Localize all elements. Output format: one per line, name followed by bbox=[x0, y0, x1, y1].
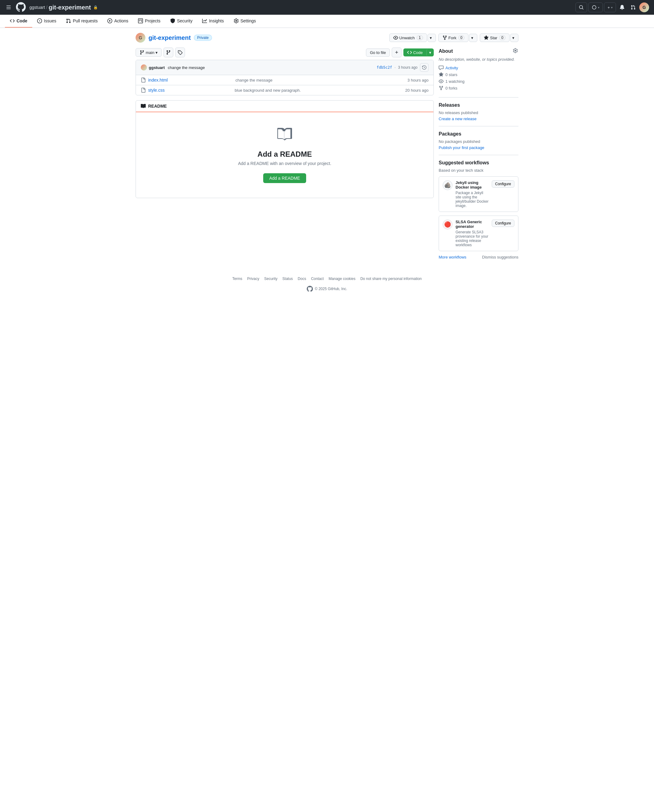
suggested-workflows-section: Suggested workflows Based on your tech s… bbox=[439, 160, 518, 259]
content-layout: main ▾ Go to file + bbox=[136, 47, 518, 259]
breadcrumb-repo[interactable]: git-experiment bbox=[49, 4, 91, 11]
star-count: 0 bbox=[499, 35, 506, 40]
nav-item-actions[interactable]: Actions bbox=[102, 15, 133, 27]
about-header: About bbox=[439, 47, 518, 55]
forks-count: 0 forks bbox=[445, 86, 457, 90]
repo-header: G git-experiment Private Unwatch 1 ▾ For… bbox=[136, 33, 518, 43]
branch-left: main ▾ bbox=[136, 47, 185, 57]
tags-button[interactable] bbox=[175, 47, 185, 57]
readme-content: Add a README Add a README with an overvi… bbox=[136, 112, 434, 198]
create-release-link[interactable]: Create a new release bbox=[439, 116, 477, 121]
search-button[interactable] bbox=[576, 3, 587, 12]
readme-subtext: Add a README with an overview of your pr… bbox=[143, 161, 426, 166]
repo-nav: Code Issues Pull requests Actions Projec… bbox=[0, 15, 654, 28]
branch-selector[interactable]: main ▾ bbox=[136, 48, 162, 57]
packages-section: Packages No packages published Publish y… bbox=[439, 131, 518, 155]
fork-button[interactable]: Fork 0 bbox=[439, 34, 469, 42]
releases-title: Releases bbox=[439, 102, 518, 108]
code-dropdown-button[interactable]: ▾ bbox=[426, 49, 434, 56]
workflow-jekyll-info: Jekyll using Docker image Package a Jeky… bbox=[455, 180, 489, 208]
notifications-button[interactable] bbox=[617, 3, 627, 12]
workflow-card-slsa: 🔴 SLSA Generic generator Generate SLSA3 … bbox=[439, 215, 518, 251]
go-to-file-button[interactable]: Go to file bbox=[366, 49, 390, 57]
repo-actions: Unwatch 1 ▾ Fork 0 ▾ Star 0 bbox=[389, 34, 518, 42]
file-name-index[interactable]: index.html bbox=[148, 78, 233, 82]
workflow-slsa-name: SLSA Generic generator bbox=[455, 220, 489, 229]
nav-item-issues[interactable]: Issues bbox=[32, 15, 61, 27]
readme-book-icon bbox=[143, 127, 426, 145]
main-panel: main ▾ Go to file + bbox=[136, 47, 434, 259]
new-button[interactable]: + ▾ bbox=[604, 3, 616, 12]
file-name-style[interactable]: style.css bbox=[148, 88, 232, 93]
workflow-slsa-info: SLSA Generic generator Generate SLSA3 pr… bbox=[455, 220, 489, 247]
commit-author-avatar bbox=[141, 64, 147, 70]
publish-package-link[interactable]: Publish your first package bbox=[439, 145, 484, 150]
footer-link-status[interactable]: Status bbox=[283, 276, 293, 281]
no-packages-text: No packages published bbox=[439, 139, 518, 144]
breadcrumb-user[interactable]: ggstuart bbox=[29, 5, 45, 10]
footer-link-security[interactable]: Security bbox=[264, 276, 277, 281]
avatar: G bbox=[639, 3, 649, 12]
commit-time: 3 hours ago bbox=[398, 65, 417, 70]
branch-right: Go to file + Code ▾ bbox=[366, 47, 434, 57]
footer-link-docs[interactable]: Docs bbox=[298, 276, 306, 281]
add-file-button[interactable]: + bbox=[392, 47, 402, 57]
about-title: About bbox=[439, 49, 453, 54]
workflow-slsa-desc: Generate SLSA3 provenance for your exist… bbox=[455, 230, 489, 247]
add-readme-button[interactable]: Add a README bbox=[263, 173, 306, 183]
unwatch-button[interactable]: Unwatch 1 bbox=[389, 34, 427, 42]
breadcrumb: ggstuart / git-experiment 🔒 bbox=[29, 4, 573, 11]
lock-icon: 🔒 bbox=[93, 5, 98, 9]
footer-link-terms[interactable]: Terms bbox=[232, 276, 242, 281]
footer-link-do-not-share[interactable]: Do not share my personal information bbox=[361, 276, 422, 281]
jekyll-icon: 🪨 bbox=[443, 180, 452, 190]
readme-title: README bbox=[148, 104, 167, 108]
branch-bar: main ▾ Go to file + bbox=[136, 47, 434, 57]
activity-item: Activity bbox=[439, 65, 518, 70]
nav-item-projects[interactable]: Projects bbox=[133, 15, 165, 27]
commit-hash[interactable]: fdb5c2f bbox=[377, 65, 392, 70]
file-time-index: 3 hours ago bbox=[407, 78, 429, 82]
code-button[interactable]: Code bbox=[403, 49, 426, 56]
dismiss-suggestions-button[interactable]: Dismiss suggestions bbox=[482, 255, 519, 259]
star-button[interactable]: Star 0 bbox=[480, 34, 509, 42]
nav-item-code[interactable]: Code bbox=[5, 15, 32, 27]
nav-item-settings[interactable]: Settings bbox=[229, 15, 261, 27]
footer-link-contact[interactable]: Contact bbox=[311, 276, 324, 281]
file-browser: ggstuart change the message fdb5c2f · 3 … bbox=[136, 60, 434, 95]
configure-jekyll-button[interactable]: Configure bbox=[492, 180, 515, 188]
footer-link-privacy[interactable]: Privacy bbox=[247, 276, 259, 281]
history-button[interactable] bbox=[420, 63, 429, 72]
private-badge: Private bbox=[194, 35, 212, 41]
nav-item-pull-requests[interactable]: Pull requests bbox=[61, 15, 102, 27]
configure-slsa-button[interactable]: Configure bbox=[492, 220, 515, 227]
workflows-title: Suggested workflows bbox=[439, 160, 518, 166]
about-settings-button[interactable] bbox=[512, 47, 518, 55]
footer-link-manage-cookies[interactable]: Manage cookies bbox=[329, 276, 355, 281]
unwatch-count: 1 bbox=[417, 35, 423, 40]
more-workflows-link[interactable]: More workflows bbox=[439, 255, 466, 259]
github-logo bbox=[16, 2, 26, 13]
footer-copyright: © 2025 GitHub, Inc. bbox=[315, 287, 347, 291]
pull-requests-nav-button[interactable] bbox=[628, 3, 638, 12]
commit-bar: ggstuart change the message fdb5c2f · 3 … bbox=[136, 60, 434, 75]
commit-author-name[interactable]: ggstuart bbox=[149, 65, 165, 70]
unwatch-dropdown[interactable]: ▾ bbox=[428, 34, 436, 42]
user-avatar-button[interactable]: G bbox=[639, 3, 649, 12]
no-releases-text: No releases published bbox=[439, 110, 518, 115]
fork-dropdown[interactable]: ▾ bbox=[469, 34, 477, 42]
file-commit-msg-style: blue background and new paragraph. bbox=[235, 88, 403, 93]
branch-graph-button[interactable] bbox=[164, 47, 173, 57]
commit-meta: fdb5c2f · 3 hours ago bbox=[377, 63, 429, 72]
nav-item-security[interactable]: Security bbox=[165, 15, 197, 27]
star-dropdown[interactable]: ▾ bbox=[510, 34, 518, 42]
repo-title: G git-experiment Private bbox=[136, 33, 212, 43]
activity-link[interactable]: Activity bbox=[445, 66, 458, 70]
copilot-button[interactable]: ▾ bbox=[588, 3, 603, 12]
repo-name-link[interactable]: git-experiment bbox=[148, 34, 191, 41]
footer: Terms Privacy Security Status Docs Conta… bbox=[0, 264, 654, 304]
commit-user: ggstuart change the message bbox=[141, 64, 205, 70]
hamburger-button[interactable] bbox=[5, 4, 12, 11]
nav-item-insights[interactable]: Insights bbox=[197, 15, 229, 27]
slsa-icon: 🔴 bbox=[443, 220, 452, 229]
